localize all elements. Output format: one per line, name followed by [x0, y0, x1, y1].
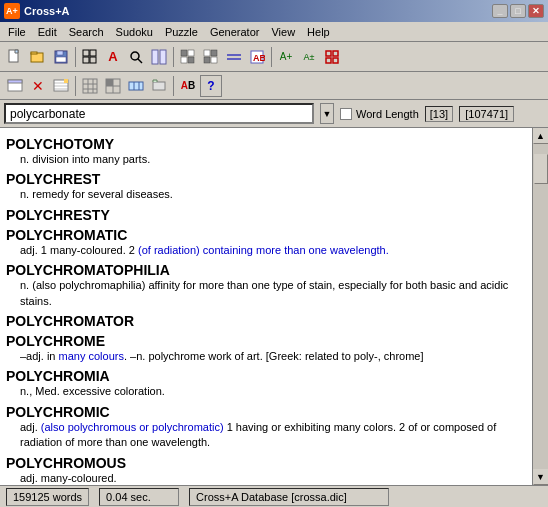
pattern-button[interactable] [223, 46, 245, 68]
entry-definition: n. (also polychromaphilia) affinity for … [6, 278, 526, 309]
svg-rect-20 [204, 57, 210, 63]
svg-rect-17 [188, 57, 194, 63]
svg-rect-6 [83, 50, 89, 56]
toolbar2-sep-1 [75, 76, 76, 96]
open-button[interactable] [27, 46, 49, 68]
entry-word: POLYCHRESTY [6, 207, 526, 223]
svg-rect-14 [181, 50, 187, 56]
dictionary-content[interactable]: POLYCHOTOMYn. division into many parts.P… [0, 128, 532, 485]
scroll-down-button[interactable]: ▼ [533, 469, 549, 485]
word-count-status: 159125 words [6, 488, 89, 506]
entry-definition: adj. many-coloured. [6, 471, 526, 485]
help-button[interactable]: ? [200, 75, 222, 97]
svg-rect-7 [90, 50, 96, 56]
delete-button[interactable]: ✕ [27, 75, 49, 97]
svg-point-10 [131, 52, 139, 60]
svg-rect-8 [83, 57, 89, 63]
svg-rect-36 [83, 79, 97, 93]
toolbar-sep-1 [75, 47, 76, 67]
svg-rect-15 [188, 50, 194, 56]
tb2-grid3-button[interactable] [125, 75, 147, 97]
spell-button[interactable]: AB [177, 75, 199, 97]
title-bar: A+ Cross+A _ □ ✕ [0, 0, 548, 22]
search-dropdown-button[interactable]: ▼ [320, 103, 334, 124]
status-bar: 159125 words 0.04 sec. Cross+A Database … [0, 485, 548, 507]
title-bar-left: A+ Cross+A [4, 3, 70, 19]
tb2-grid2-button[interactable] [102, 75, 124, 97]
scroll-track[interactable] [533, 144, 549, 469]
svg-rect-21 [211, 57, 217, 63]
menu-bar: File Edit Search Sudoku Puzzle Generator… [0, 22, 548, 42]
entry-word: POLYCHROME [6, 333, 526, 349]
toolbar2-sep-2 [173, 76, 174, 96]
svg-rect-13 [160, 50, 166, 64]
svg-rect-44 [106, 79, 113, 86]
menu-generator[interactable]: Generator [204, 24, 266, 40]
entry-word: POLYCHROMATIC [6, 227, 526, 243]
entry-definition: n. division into many parts. [6, 152, 526, 167]
svg-rect-31 [8, 80, 22, 83]
toolbar-sep-3 [271, 47, 272, 67]
scroll-thumb[interactable] [534, 154, 548, 184]
time-status: 0.04 sec. [99, 488, 179, 506]
menu-help[interactable]: Help [301, 24, 336, 40]
svg-line-11 [138, 59, 142, 63]
close-button[interactable]: ✕ [528, 4, 544, 18]
entry-word: POLYCHROMIA [6, 368, 526, 384]
copy-table-button[interactable] [79, 46, 101, 68]
find-a-button[interactable]: A [102, 46, 124, 68]
export-button[interactable]: AB [246, 46, 268, 68]
tb2-grid1-button[interactable] [79, 75, 101, 97]
find-button[interactable] [125, 46, 147, 68]
svg-rect-45 [129, 82, 143, 90]
app-title: Cross+A [24, 5, 70, 17]
toolbar-sep-2 [173, 47, 174, 67]
new-button[interactable] [4, 46, 26, 68]
svg-rect-26 [326, 51, 331, 56]
svg-text:AB: AB [253, 53, 265, 63]
menu-search[interactable]: Search [63, 24, 110, 40]
grid2-button[interactable] [177, 46, 199, 68]
search-input[interactable] [4, 103, 314, 124]
menu-sudoku[interactable]: Sudoku [110, 24, 159, 40]
menu-view[interactable]: View [265, 24, 301, 40]
maximize-button[interactable]: □ [510, 4, 526, 18]
wordlist-button[interactable]: A± [298, 46, 320, 68]
svg-rect-2 [31, 52, 37, 54]
entry-definition: n., Med. excessive coloration. [6, 384, 526, 399]
svg-rect-18 [204, 50, 210, 56]
app-icon: A+ [4, 3, 20, 19]
word-length-checkbox[interactable] [340, 108, 352, 120]
svg-rect-5 [56, 57, 66, 62]
word-length-value: [13] [425, 106, 453, 122]
entry-word: POLYCHREST [6, 171, 526, 187]
menu-puzzle[interactable]: Puzzle [159, 24, 204, 40]
grid-button[interactable] [148, 46, 170, 68]
entry-definition: –adj. in many colours. –n. polychrome wo… [6, 349, 526, 364]
svg-rect-27 [333, 51, 338, 56]
scrollbar[interactable]: ▲ ▼ [532, 128, 548, 485]
scroll-up-button[interactable]: ▲ [533, 128, 549, 144]
search-bar: ▼ Word Length [13] [107471] [0, 100, 548, 128]
edit-button[interactable] [50, 75, 72, 97]
database-status: Cross+A Database [crossa.dic] [189, 488, 389, 506]
minimize-button[interactable]: _ [492, 4, 508, 18]
entry-word: POLYCHROMIC [6, 404, 526, 420]
menu-file[interactable]: File [2, 24, 32, 40]
content-wrapper: POLYCHOTOMYn. division into many parts.P… [0, 128, 548, 485]
save-button[interactable] [50, 46, 72, 68]
entry-word: POLYCHROMATOR [6, 313, 526, 329]
svg-rect-29 [333, 58, 338, 63]
tb2-move-button[interactable] [148, 75, 170, 97]
toolbar-1: A AB A+ A± [0, 42, 548, 72]
toolbar-2: ✕ AB ? [0, 72, 548, 100]
grid3-button[interactable] [200, 46, 222, 68]
svg-rect-16 [181, 57, 187, 63]
entry-word: POLYCHROMOUS [6, 455, 526, 471]
entry-word: POLYCHROMATOPHILIA [6, 262, 526, 278]
menu-edit[interactable]: Edit [32, 24, 63, 40]
anagram-button[interactable]: A+ [275, 46, 297, 68]
misc-button[interactable] [321, 46, 343, 68]
title-controls[interactable]: _ □ ✕ [492, 4, 544, 18]
undo-button[interactable] [4, 75, 26, 97]
